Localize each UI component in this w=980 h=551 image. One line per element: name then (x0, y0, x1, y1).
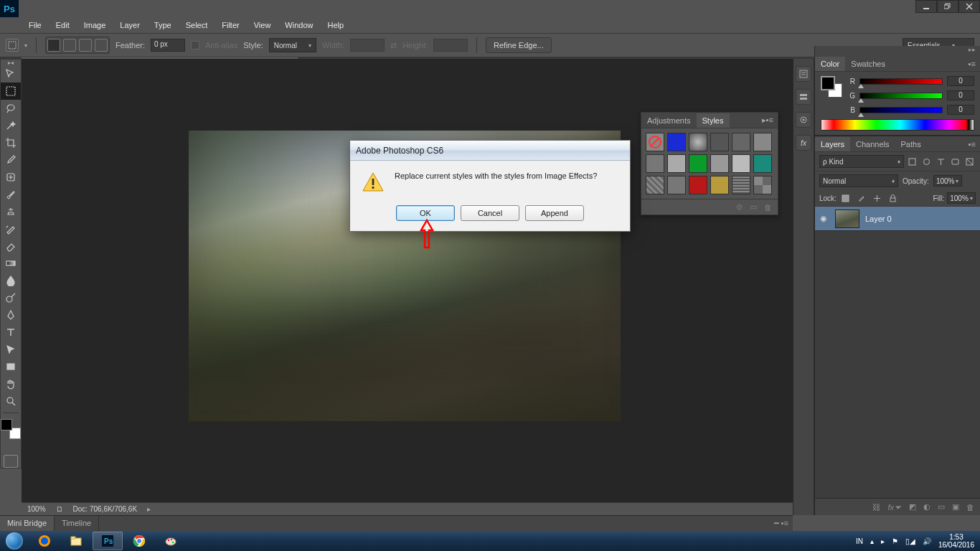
eyedropper-tool[interactable] (1, 151, 21, 169)
taskbar-photoshop[interactable]: Ps (93, 532, 123, 550)
layer-name[interactable]: Layer 0 (865, 215, 892, 223)
brush-tool[interactable] (1, 186, 21, 203)
menu-window[interactable]: Window (278, 19, 320, 32)
panel-menu-icon[interactable]: ▪≡ (969, 140, 980, 149)
style-swatch[interactable] (732, 133, 750, 151)
rectangle-tool[interactable] (1, 358, 21, 375)
link-layers-icon[interactable]: ⛓ (872, 503, 880, 512)
style-swatch[interactable] (753, 176, 772, 194)
eraser-tool[interactable] (1, 237, 21, 255)
g-value[interactable]: 0 (947, 90, 974, 100)
blur-tool[interactable] (1, 272, 21, 289)
tab-styles[interactable]: Styles (697, 113, 730, 128)
color-fgbg[interactable] (821, 76, 842, 98)
dialog-titlebar[interactable]: Adobe Photoshop CS6 (350, 141, 630, 161)
style-swatch[interactable] (667, 176, 686, 194)
foreground-color-swatch[interactable] (1, 419, 12, 430)
lock-transparent-icon[interactable] (839, 192, 852, 204)
taskbar-chrome[interactable] (124, 532, 154, 550)
style-swatch[interactable] (667, 154, 686, 173)
menu-select[interactable]: Select (179, 19, 215, 32)
delete-layer-icon[interactable]: 🗑 (966, 503, 974, 512)
style-swatch[interactable] (689, 154, 707, 173)
marquee-tool[interactable] (1, 83, 21, 100)
start-button[interactable] (0, 531, 29, 551)
minimize-button[interactable] (915, 0, 937, 13)
style-swatch[interactable] (732, 176, 750, 194)
tab-swatches[interactable]: Swatches (845, 57, 891, 71)
flag-icon[interactable]: ▸ (881, 537, 885, 545)
volume-icon[interactable]: 🔊 (923, 537, 931, 545)
cancel-button[interactable]: Cancel (461, 205, 519, 221)
tab-layers[interactable]: Layers (815, 137, 850, 151)
new-layer-icon[interactable]: ▣ (952, 502, 959, 512)
filter-adjust-icon[interactable] (920, 156, 933, 167)
fx-panel-icon[interactable]: fx (796, 135, 811, 151)
append-button[interactable]: Append (525, 205, 584, 221)
taskbar-explorer[interactable] (61, 532, 91, 550)
style-swatch[interactable] (710, 154, 729, 173)
layer-thumbnail[interactable] (835, 209, 859, 228)
gradient-tool[interactable] (1, 255, 21, 272)
hand-tool[interactable] (1, 375, 21, 392)
style-swatch[interactable] (689, 176, 707, 194)
marquee-preset-icon[interactable] (6, 39, 19, 52)
style-swatch[interactable] (710, 133, 729, 151)
panel-menu-icon[interactable]: ▪≡ (969, 60, 980, 68)
style-swatch[interactable] (646, 154, 664, 173)
status-file-icon[interactable]: 🗋 (56, 505, 63, 513)
b-slider[interactable] (859, 107, 943, 113)
style-swatch[interactable] (689, 133, 707, 151)
feather-input[interactable]: 0 px (151, 39, 185, 52)
fg-swatch[interactable] (821, 76, 835, 90)
restore-button[interactable] (937, 0, 958, 13)
crop-tool[interactable] (1, 134, 21, 151)
magic-wand-tool[interactable] (1, 117, 21, 134)
filter-shape-icon[interactable] (948, 156, 961, 167)
tab-mini-bridge[interactable]: Mini Bridge (0, 516, 55, 531)
style-swatch[interactable] (732, 154, 750, 173)
filter-pixel-icon[interactable] (905, 156, 918, 167)
action-center-icon[interactable]: ⚑ (892, 537, 898, 545)
menu-view[interactable]: View (247, 19, 278, 32)
history-brush-tool[interactable] (1, 220, 21, 237)
layer-list[interactable]: ◉ Layer 0 (815, 207, 980, 498)
properties-panel-icon[interactable] (796, 89, 811, 105)
tab-paths[interactable]: Paths (895, 137, 927, 151)
spectrum-ramp[interactable] (821, 119, 974, 131)
tab-color[interactable]: Color (815, 57, 845, 71)
style-swatch[interactable] (667, 133, 686, 151)
lock-image-icon[interactable] (855, 192, 868, 204)
tab-timeline[interactable]: Timeline (55, 516, 99, 531)
menu-edit[interactable]: Edit (49, 19, 77, 32)
close-button[interactable] (958, 0, 980, 13)
zoom-level[interactable]: 100% (27, 505, 46, 513)
network-icon[interactable]: ▯◢ (905, 537, 915, 545)
style-swatch[interactable] (753, 133, 772, 151)
quickmask-toggle[interactable] (4, 455, 18, 468)
sel-new-icon[interactable] (47, 39, 60, 52)
r-value[interactable]: 0 (947, 76, 974, 86)
filter-smart-icon[interactable] (963, 156, 976, 167)
fx-icon[interactable]: fx⏷ (887, 503, 902, 512)
layer-item[interactable]: ◉ Layer 0 (815, 207, 980, 231)
group-icon[interactable]: ▭ (938, 502, 945, 512)
sel-add-icon[interactable] (63, 39, 76, 52)
lasso-tool[interactable] (1, 100, 21, 117)
pen-tool[interactable] (1, 306, 21, 324)
sel-intersect-icon[interactable] (95, 39, 108, 52)
tray-expand-icon[interactable]: ▴ (870, 537, 874, 545)
clock[interactable]: 1:53 16/04/2016 (938, 533, 974, 549)
panel-menu-icon[interactable]: ▸▪≡ (762, 116, 778, 125)
menu-type[interactable]: Type (147, 19, 179, 32)
tab-adjustments[interactable]: Adjustments (641, 113, 697, 128)
refine-edge-button[interactable]: Refine Edge... (486, 37, 552, 53)
language-indicator[interactable]: IN (856, 537, 863, 545)
menu-layer[interactable]: Layer (113, 19, 147, 32)
style-swatch[interactable] (710, 176, 729, 194)
ok-button[interactable]: OK (396, 205, 455, 221)
fill-input[interactable]: 100%▾ (947, 192, 976, 204)
preset-caret-icon[interactable]: ▾ (24, 42, 27, 49)
sel-subtract-icon[interactable] (79, 39, 92, 52)
layer-kind-select[interactable]: ρ Kind♦ (819, 155, 904, 168)
